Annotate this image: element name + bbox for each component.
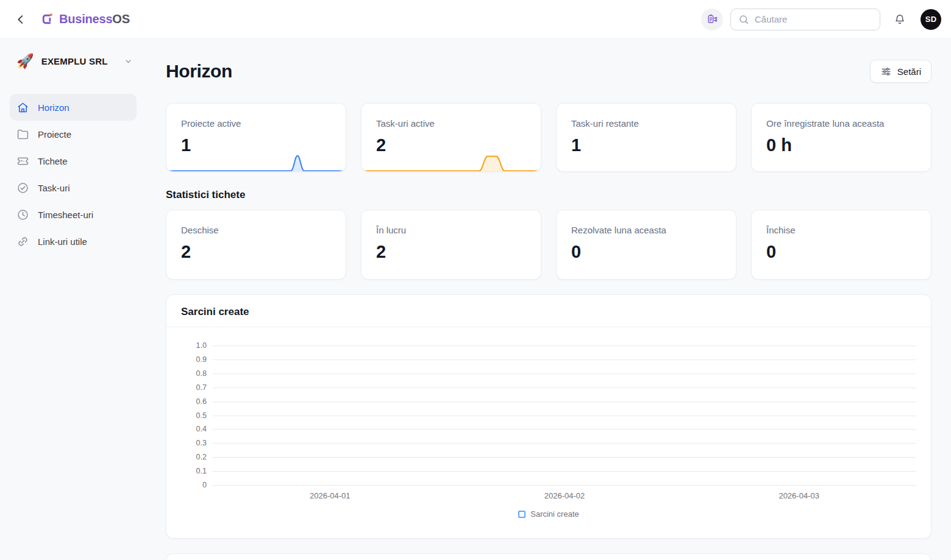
stat-label: Închise <box>766 225 916 235</box>
y-axis-tick-label: 0.4 <box>181 425 207 433</box>
stat-card-inchise: Închise 0 <box>751 210 931 280</box>
y-axis-tick-label: 0.2 <box>181 453 207 461</box>
sidebar-item-label: Proiecte <box>38 129 71 140</box>
stat-card-rezolvate: Rezolvate luna aceasta 0 <box>556 210 736 280</box>
chart-gridline <box>213 388 916 388</box>
search-bar <box>730 9 880 30</box>
ticket-icon <box>16 155 29 168</box>
sidebar-item-label: Tichete <box>38 156 68 166</box>
x-axis-tick-label: 2026-04-02 <box>447 491 682 500</box>
sidebar-item-label: Timesheet-uri <box>38 210 93 220</box>
bell-icon <box>893 13 906 26</box>
page-title: Horizon <box>166 61 232 82</box>
sidebar-item-label: Horizon <box>38 102 69 113</box>
organization-button[interactable] <box>701 9 723 30</box>
chart-x-axis: 2026-04-012026-04-022026-04-03 <box>213 491 916 500</box>
page-header-row: Horizon Setări <box>166 60 931 83</box>
stat-value: 2 <box>181 242 331 262</box>
sliders-icon <box>880 66 892 77</box>
chart-gridline <box>213 457 916 458</box>
y-axis-tick-label: 1.0 <box>181 341 207 350</box>
sidebar-nav: Horizon Proiecte Tichete Task-uri Timesh… <box>10 94 137 255</box>
logo-icon <box>40 12 54 26</box>
brand-name-secondary: OS <box>112 12 130 26</box>
tasks-created-chart-card: Sarcini create 1.00.90.80.70.60.50.40.30… <box>166 294 931 539</box>
chart-gridline <box>213 429 916 430</box>
stat-card-deschise: Deschise 2 <box>166 210 346 280</box>
settings-button[interactable]: Setări <box>870 60 931 83</box>
stat-label: Ore înregistrate luna aceasta <box>766 118 916 129</box>
stat-card-proiecte-active: Proiecte active 1 <box>166 103 346 172</box>
y-axis-tick-label: 0.3 <box>181 439 207 447</box>
stat-label: Rezolvate luna aceasta <box>571 225 721 235</box>
stat-card-ore-inregistrate: Ore înregistrate luna aceasta 0 h <box>751 103 931 172</box>
x-axis-tick-label: 2026-04-01 <box>213 491 447 500</box>
y-axis-tick-label: 0.5 <box>181 411 207 420</box>
chart-header: Sarcini create <box>166 295 931 327</box>
legend-label: Sarcini create <box>530 509 579 519</box>
y-axis-tick-label: 0.1 <box>181 467 207 475</box>
sidebar-item-label: Task-uri <box>38 183 70 193</box>
primary-stats-row: Proiecte active 1 Task-uri active 2 Task… <box>166 103 931 172</box>
check-circle-icon <box>16 182 29 194</box>
settings-button-label: Setări <box>897 66 921 77</box>
stat-value: 0 h <box>766 135 916 155</box>
back-button[interactable] <box>10 9 32 30</box>
chart-body: 1.00.90.80.70.60.50.40.30.20.10 2026-04-… <box>166 327 931 538</box>
y-axis-tick-label: 0.7 <box>181 383 207 392</box>
app-logo[interactable]: BusinessOS <box>40 12 130 26</box>
clock-icon <box>16 208 29 221</box>
chevron-down-icon <box>123 56 134 66</box>
brand-name-primary: Business <box>59 12 112 26</box>
chart-legend-item[interactable]: Sarcini create <box>181 509 916 538</box>
chart-gridline <box>213 471 916 472</box>
chart-gridline <box>213 416 916 416</box>
home-icon <box>16 101 29 114</box>
chart-gridline <box>213 485 916 486</box>
next-card-partial <box>166 553 931 560</box>
user-avatar[interactable]: SD <box>921 9 941 30</box>
sidebar-item-timesheet-uri[interactable]: Timesheet-uri <box>10 201 137 228</box>
chevron-left-icon <box>14 13 27 26</box>
stat-card-in-lucru: În lucru 2 <box>361 210 541 280</box>
company-selector[interactable]: 🚀 EXEMPLU SRL <box>10 51 137 71</box>
x-axis-tick-label: 2026-04-03 <box>682 491 916 500</box>
link-icon <box>16 235 29 248</box>
chart-plot: 1.00.90.80.70.60.50.40.30.20.10 <box>181 346 916 485</box>
y-axis-tick-label: 0.8 <box>181 369 207 378</box>
search-icon <box>738 14 749 25</box>
org-structure-icon <box>707 13 718 25</box>
stat-value: 2 <box>376 135 526 155</box>
stat-label: În lucru <box>376 225 526 235</box>
legend-swatch <box>518 511 525 518</box>
main-content: Horizon Setări Proiecte active 1 <box>146 39 951 560</box>
sparkline-chart <box>166 154 346 172</box>
stat-label: Task-uri restante <box>571 118 721 129</box>
sidebar: 🚀 EXEMPLU SRL Horizon Proiecte Tichete <box>0 39 146 560</box>
y-axis-tick-label: 0 <box>181 481 207 489</box>
stat-value: 1 <box>571 135 721 155</box>
rocket-icon: 🚀 <box>16 54 34 68</box>
chart-gridline <box>213 360 916 360</box>
sidebar-item-tichete[interactable]: Tichete <box>10 147 137 174</box>
stat-label: Task-uri active <box>376 118 526 129</box>
brand-name: BusinessOS <box>59 12 130 26</box>
folder-icon <box>16 128 29 141</box>
sidebar-item-task-uri[interactable]: Task-uri <box>10 174 137 201</box>
sidebar-item-proiecte[interactable]: Proiecte <box>10 121 137 147</box>
notifications-button[interactable] <box>889 9 911 30</box>
stat-value: 1 <box>181 135 331 155</box>
stat-label: Proiecte active <box>181 118 331 129</box>
chart-gridline <box>213 402 916 402</box>
stat-value: 0 <box>571 242 721 262</box>
sidebar-item-label: Link-uri utile <box>38 236 87 247</box>
search-input[interactable] <box>755 14 872 24</box>
sidebar-item-link-uri-utile[interactable]: Link-uri utile <box>10 228 137 255</box>
ticket-stats-row: Deschise 2 În lucru 2 Rezolvate luna ace… <box>166 210 931 280</box>
sidebar-item-horizon[interactable]: Horizon <box>10 94 137 121</box>
chart-gridline <box>213 443 916 444</box>
stat-label: Deschise <box>181 225 331 235</box>
chart-title: Sarcini create <box>181 306 916 318</box>
company-name: EXEMPLU SRL <box>41 56 116 66</box>
stat-card-task-uri-restante: Task-uri restante 1 <box>556 103 736 172</box>
